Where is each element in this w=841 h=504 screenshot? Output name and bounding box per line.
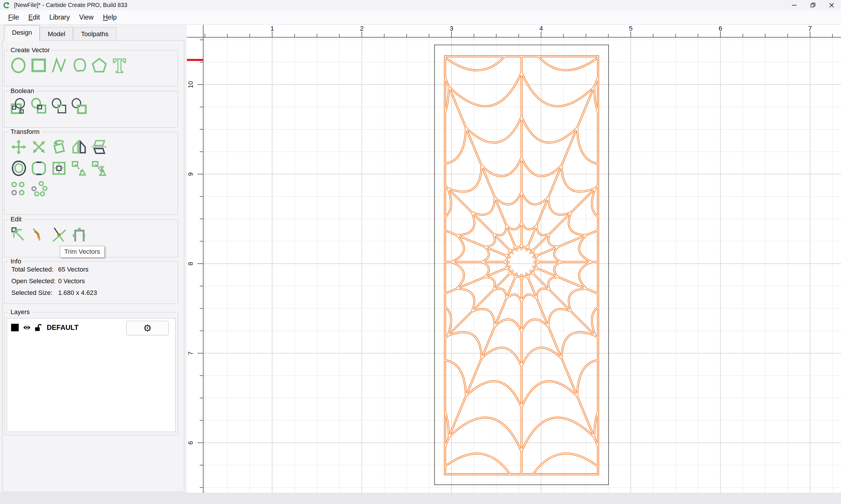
layer-lock-toggle[interactable]	[34, 323, 42, 331]
boolean-group: Boolean	[4, 91, 178, 128]
tooltip-trim-vectors: Trim Vectors	[60, 246, 105, 257]
svg-text:5: 5	[629, 25, 633, 32]
move-to-position-tool[interactable]	[71, 160, 88, 177]
svg-text:7: 7	[808, 25, 812, 32]
restore-icon	[810, 2, 816, 8]
minimize-button[interactable]	[785, 0, 804, 10]
svg-text:9: 9	[187, 173, 194, 176]
polygon-tool[interactable]	[91, 57, 108, 74]
app-logo-icon	[3, 2, 10, 9]
menu-file[interactable]: File	[3, 14, 24, 21]
group-title: Edit	[8, 216, 24, 223]
group-title: Boolean	[8, 87, 36, 95]
rectangle-tool[interactable]	[30, 57, 47, 74]
status-strip	[0, 493, 841, 504]
sidebar: DesignModelToolpaths Create Vector Boole…	[0, 25, 187, 493]
info-label: Open Selected:	[12, 277, 58, 285]
ruler-position-marker	[187, 59, 203, 61]
offset-tool[interactable]	[10, 160, 27, 177]
svg-text:10: 10	[187, 81, 194, 88]
boolean-intersect[interactable]	[30, 98, 47, 115]
text-tool[interactable]	[111, 57, 128, 74]
info-value: 1.680 x 4.623	[58, 289, 97, 296]
grid-array-tool[interactable]	[10, 181, 27, 197]
gear-icon: ⚙	[143, 323, 152, 333]
info-value: 65 Vectors	[58, 266, 88, 273]
polyline-tool[interactable]	[51, 57, 67, 74]
group-title: Layers	[8, 308, 32, 316]
boolean-subtract-back[interactable]	[71, 98, 88, 115]
group-title: Transform	[8, 128, 41, 136]
layer-visibility-toggle[interactable]	[23, 324, 31, 331]
window-title: [NewFile]* - Carbide Create PRO, Build 8…	[14, 2, 127, 8]
trim-vectors-tool[interactable]	[51, 226, 67, 243]
tab-design[interactable]: Design	[4, 25, 40, 41]
minimize-icon	[791, 2, 797, 8]
group-title: Create Vector	[8, 47, 52, 54]
svg-text:6: 6	[719, 25, 722, 32]
create-vector-group: Create Vector	[4, 50, 178, 86]
circular-array-tool[interactable]	[30, 181, 47, 197]
tab-toolpaths[interactable]: Toolpaths	[73, 27, 116, 41]
info-group: Info Total Selected:65 VectorsOpen Selec…	[4, 261, 178, 304]
curve-tool[interactable]	[71, 57, 88, 74]
info-value: 0 Vectors	[58, 277, 85, 285]
menu-edit[interactable]: Edit	[24, 14, 45, 21]
svg-text:7: 7	[187, 352, 194, 355]
info-label: Total Selected:	[12, 266, 58, 273]
titlebar[interactable]: [NewFile]* - Carbide Create PRO, Build 8…	[0, 0, 841, 10]
transform-group: Transform	[4, 132, 178, 215]
boundary-tool[interactable]	[71, 226, 88, 243]
eye-icon	[23, 324, 31, 331]
spider-web-vectors	[356, 29, 687, 493]
svg-text:2: 2	[360, 25, 363, 32]
rotate-tool[interactable]	[51, 139, 67, 156]
svg-text:4: 4	[539, 25, 543, 32]
scale-tool[interactable]	[30, 139, 47, 156]
tab-bar: DesignModelToolpaths	[4, 25, 117, 41]
layers-list: DEFAULT ⚙	[7, 318, 175, 432]
circle-tool[interactable]	[10, 57, 27, 74]
layer-name: DEFAULT	[47, 323, 79, 331]
menubar: FileEditLibraryViewHelp	[0, 10, 841, 25]
flip-vertical-tool[interactable]	[91, 139, 108, 156]
svg-text:3: 3	[450, 25, 453, 32]
move-tool[interactable]	[10, 139, 27, 156]
svg-text:8: 8	[187, 262, 194, 266]
canvas-viewport[interactable]: 1234567109876	[187, 25, 841, 493]
info-row: Open Selected:0 Vectors	[12, 277, 178, 285]
boolean-union[interactable]	[10, 98, 27, 115]
node-edit-tool[interactable]	[10, 226, 27, 243]
menu-help[interactable]: Help	[98, 14, 121, 21]
info-label: Selected Size:	[12, 289, 58, 296]
boolean-subtract-front[interactable]	[51, 98, 67, 115]
design-canvas[interactable]: 1234567109876	[187, 25, 841, 493]
group-title: Info	[8, 257, 23, 265]
close-icon	[828, 2, 835, 8]
restore-button[interactable]	[804, 0, 822, 10]
svg-text:1: 1	[270, 25, 274, 32]
fillet-vectors-tool[interactable]	[30, 226, 47, 243]
layer-settings-button[interactable]: ⚙	[126, 321, 169, 336]
svg-text:6: 6	[187, 441, 194, 445]
lock-open-icon	[34, 323, 42, 331]
close-button[interactable]	[822, 0, 841, 10]
align-tool[interactable]	[91, 160, 108, 177]
layer-row[interactable]: DEFAULT ⚙	[7, 319, 175, 337]
shrink-tool[interactable]	[51, 160, 67, 177]
tab-model[interactable]: Model	[40, 27, 73, 41]
app-window: { "window": { "title": "[NewFile]* - Car…	[0, 0, 841, 504]
layer-color-swatch[interactable]	[11, 324, 19, 331]
layers-group: Layers DEFAULT	[4, 312, 178, 435]
menu-view[interactable]: View	[74, 14, 98, 21]
round-corners-tool[interactable]	[30, 160, 47, 177]
flip-horizontal-tool[interactable]	[71, 139, 88, 156]
info-row: Total Selected:65 Vectors	[12, 266, 178, 273]
menu-library[interactable]: Library	[45, 14, 74, 21]
info-row: Selected Size:1.680 x 4.623	[12, 289, 178, 296]
